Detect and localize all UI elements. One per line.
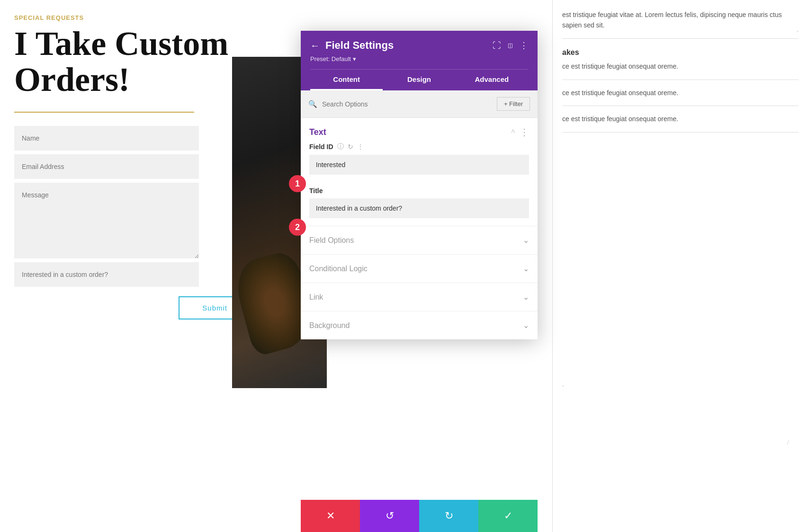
collapse-icon[interactable]: ^: [511, 128, 515, 136]
right-text-block-4: ce est tristique feugiat onsequat oreme.: [562, 114, 799, 132]
title-label-row: Title: [309, 187, 529, 195]
field-options-header[interactable]: Field Options ⌄: [301, 226, 538, 254]
text-section-title: Text: [309, 127, 326, 137]
section-more-icon[interactable]: ⋮: [520, 126, 529, 138]
settings-tabs: Content Design Advanced: [310, 69, 528, 90]
right-text-block-3: ce est tristique feugiat onsequat oreme.: [562, 88, 799, 106]
name-input[interactable]: [14, 126, 199, 151]
search-options-input[interactable]: [322, 100, 492, 108]
title-label: Title: [309, 187, 323, 195]
redo-button[interactable]: ↻: [419, 500, 478, 532]
right-text-2: ce est tristique feugiat onsequat oreme.: [562, 62, 678, 70]
link-title: Link: [309, 293, 323, 301]
action-bar: ✕ ↺ ↻ ✓: [301, 500, 538, 532]
conditional-logic-header[interactable]: Conditional Logic ⌄: [301, 255, 538, 283]
interested-input[interactable]: [14, 262, 199, 287]
right-text-3: ce est tristique feugiat onsequat oreme.: [562, 89, 678, 97]
right-text-1: est tristique feugiat vitae at. Lorem le…: [562, 11, 782, 29]
link-chevron: ⌄: [523, 293, 529, 301]
gold-divider: [14, 112, 194, 113]
conditional-logic-section: Conditional Logic ⌄: [301, 254, 538, 283]
message-textarea[interactable]: [14, 183, 199, 258]
decorative-slash: /: [787, 438, 789, 447]
field-id-reset-icon[interactable]: ↻: [348, 143, 353, 151]
settings-header-top: ← Field Settings ⛶ ⎅ ⋮: [310, 39, 528, 52]
right-text-4: ce est tristique feugiat onsequat oreme.: [562, 115, 678, 123]
field-options-title: Field Options: [309, 236, 354, 245]
right-content: est tristique feugiat vitae at. Lorem le…: [552, 0, 808, 532]
field-options-section: Field Options ⌄: [301, 226, 538, 254]
field-id-group: Field ID ⓘ ↻ ⋮: [301, 142, 538, 182]
background-header[interactable]: Background ⌄: [301, 311, 538, 339]
conditional-logic-title: Conditional Logic: [309, 265, 368, 273]
search-bar: 🔍 + Filter: [301, 90, 538, 118]
more-options-icon[interactable]: ⋮: [520, 40, 528, 51]
field-id-input[interactable]: [309, 155, 529, 175]
background-section: Background ⌄: [301, 311, 538, 339]
dot-2: •: [562, 383, 564, 390]
settings-header-left: ← Field Settings: [310, 39, 394, 52]
background-chevron: ⌄: [523, 321, 529, 330]
settings-header: ← Field Settings ⛶ ⎅ ⋮ Preset: Default ▾…: [301, 31, 538, 90]
text-section-header: Text ^ ⋮: [301, 118, 538, 142]
tab-advanced[interactable]: Advanced: [456, 70, 528, 90]
cancel-button[interactable]: ✕: [301, 500, 360, 532]
split-view-icon[interactable]: ⎅: [508, 41, 513, 51]
right-text-block-2: akes ce est tristique feugiat onsequat o…: [562, 46, 799, 80]
search-icon: 🔍: [308, 100, 317, 108]
tab-content[interactable]: Content: [310, 70, 383, 90]
step-1-badge: 1: [289, 175, 306, 192]
field-id-label: Field ID: [309, 143, 333, 151]
conditional-logic-chevron: ⌄: [523, 264, 529, 273]
header-icons: ⛶ ⎅ ⋮: [493, 40, 528, 51]
back-arrow-icon[interactable]: ←: [310, 40, 320, 51]
field-id-more-icon[interactable]: ⋮: [357, 143, 364, 151]
tab-design[interactable]: Design: [383, 70, 455, 90]
settings-panel: ← Field Settings ⛶ ⎅ ⋮ Preset: Default ▾…: [301, 31, 538, 339]
fullscreen-icon[interactable]: ⛶: [493, 41, 501, 51]
dot-1: •: [797, 28, 799, 35]
step-2-badge: 2: [289, 219, 306, 236]
field-id-help-icon[interactable]: ⓘ: [337, 142, 344, 151]
main-title: I Take Custom Orders!: [14, 26, 251, 98]
field-id-label-row: Field ID ⓘ ↻ ⋮: [309, 142, 529, 151]
filter-button[interactable]: + Filter: [497, 97, 530, 111]
special-requests-label: SPECIAL REQUESTS: [14, 14, 251, 21]
preset-label[interactable]: Preset: Default ▾: [310, 55, 528, 62]
field-options-chevron: ⌄: [523, 236, 529, 245]
title-group: Title: [301, 182, 538, 226]
link-header[interactable]: Link ⌄: [301, 283, 538, 311]
link-section: Link ⌄: [301, 283, 538, 311]
right-heading-1: akes: [562, 46, 799, 59]
email-input[interactable]: [14, 154, 199, 179]
title-input[interactable]: [309, 198, 529, 218]
undo-button[interactable]: ↺: [360, 500, 419, 532]
settings-body: 🔍 + Filter Text ^ ⋮ Field ID ⓘ ↻ ⋮ Title: [301, 90, 538, 339]
save-button[interactable]: ✓: [478, 500, 538, 532]
settings-title: Field Settings: [325, 39, 394, 52]
section-controls: ^ ⋮: [511, 126, 529, 138]
background-title: Background: [309, 321, 350, 330]
right-text-block-1: est tristique feugiat vitae at. Lorem le…: [562, 9, 799, 39]
left-panel: SPECIAL REQUESTS I Take Custom Orders! S…: [0, 0, 265, 532]
